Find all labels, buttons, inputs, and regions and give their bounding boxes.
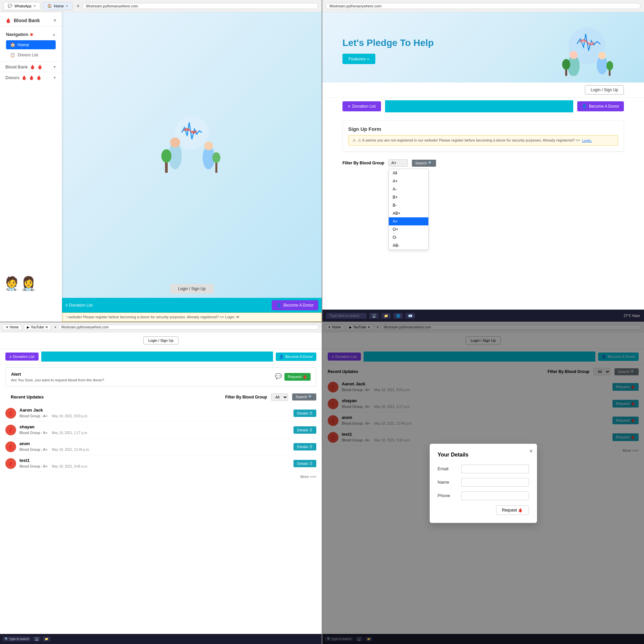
cyan-spacer <box>385 100 573 112</box>
phone-input[interactable] <box>461 491 529 500</box>
donors-section[interactable]: Donors 🩸 🩸 🩸 ▼ <box>0 72 62 83</box>
option-aplus2[interactable]: A+ <box>389 217 428 225</box>
donation-list-button[interactable]: ≡ Donation List <box>5 353 39 361</box>
person-icon: 👤 <box>276 303 281 308</box>
donation-date: May 18, 2021, 12:46 p.m. <box>52 448 90 451</box>
blood-bank-label: Blood Bank <box>5 64 28 69</box>
chevron-down-icon: ▼ <box>53 76 56 79</box>
taskbar-item[interactable]: 📁 <box>381 313 391 319</box>
navigation-header[interactable]: Navigation ▲ <box>3 30 58 39</box>
home-icon: 🏠 <box>47 4 52 8</box>
option-all[interactable]: All <box>389 169 428 177</box>
blood-group-dropdown[interactable]: All A+ A- B+ B- AB+ A+ O+ O- AB- <box>388 159 408 167</box>
sidebar-illustration: 🧑‍⚕️👩‍⚕️ <box>3 276 37 291</box>
new-tab-icon[interactable]: + <box>54 325 56 329</box>
blood-group: Blood Group : A+ <box>19 447 48 451</box>
hero-section: Login / Sign Up ≡ Donation List 👤 Become… <box>62 12 322 322</box>
hero-art <box>550 25 624 76</box>
taskbar: 🔍 Type to search 🖥️ 📁 <box>0 634 322 644</box>
navigation-bar: ≡ Donation List 👤 Become A Donor <box>0 349 322 365</box>
option-oplus[interactable]: O+ <box>389 225 428 233</box>
option-bplus[interactable]: B+ <box>389 193 428 201</box>
login-link[interactable]: Login. <box>582 139 592 143</box>
sidebar-close-button[interactable]: × <box>53 17 56 23</box>
taskbar-item[interactable]: 🖥️ <box>33 637 41 641</box>
option-abminus[interactable]: AB- <box>389 241 428 250</box>
option-aplus[interactable]: A+ <box>389 177 428 185</box>
browser-tab-youtube[interactable]: ▶ YouTube ✕ <box>24 324 51 330</box>
name-input[interactable] <box>461 478 529 487</box>
whatsapp-icon: 💬 <box>8 4 12 8</box>
browser-toolbar: lifestream.pythonanywhere.com <box>322 0 644 12</box>
hero-image <box>62 12 322 280</box>
navigation-bar: ≡ Donation List 👤 Become A Donor <box>322 97 644 115</box>
blood-bank-section[interactable]: Blood Bank 🩸 🩸 ▼ <box>0 61 62 72</box>
donation-list-button[interactable]: ≡ Donation List <box>342 101 381 111</box>
details-button[interactable]: Details 🗒 <box>293 426 316 434</box>
search-button[interactable]: Search 🔍 <box>412 160 436 167</box>
recent-updates-label: Recent Updates <box>5 392 49 401</box>
taskbar-item[interactable]: 🌐 <box>393 313 403 319</box>
browser-tab-whatsapp[interactable]: 💬 WhatsApp × <box>3 2 40 10</box>
search-button[interactable]: Search 🔍 <box>292 393 316 400</box>
option-abplus[interactable]: AB+ <box>389 209 428 217</box>
login-signup-button[interactable]: Login / Sign Up <box>143 336 178 344</box>
blood-group-select[interactable]: All <box>271 393 288 401</box>
warning-text: ⚠ It seems you are not registered in our… <box>358 138 580 143</box>
option-bminus[interactable]: B- <box>389 201 428 209</box>
blood-drop-icon2: 🩸 <box>37 64 43 69</box>
taskbar-item[interactable]: 📁 <box>43 637 50 641</box>
modal-title: Your Details <box>438 452 529 458</box>
filter-row: Recent Updates Filter By Blood Group All… <box>0 389 322 405</box>
close-tab-icon[interactable]: × <box>34 4 36 8</box>
url-text: lifestream.pythonanywhere.com <box>329 4 381 8</box>
modal-request-button[interactable]: Request 🩸 <box>496 505 529 515</box>
svg-point-17 <box>606 61 613 70</box>
close-tab-icon[interactable]: × <box>66 4 68 8</box>
login-button-area: Login / Sign Up <box>62 280 322 298</box>
alert-text: Are You Sure, you want to request blood … <box>11 378 104 382</box>
become-donor-button[interactable]: 👤 Become A Donor <box>577 101 624 111</box>
login-signup-button[interactable]: Login / Sign Up <box>585 85 624 95</box>
sidebar-item-donors-list[interactable]: 📋 Donors List <box>6 51 56 59</box>
browser-tab-home[interactable]: 🏠 Home × <box>43 2 72 10</box>
modal-close-button[interactable]: × <box>529 448 533 455</box>
email-input[interactable] <box>461 465 529 473</box>
login-signup-button[interactable]: Login / Sign Up <box>170 284 214 294</box>
address-bar[interactable]: lifestream.pythonanywhere.com <box>58 325 319 330</box>
features-button[interactable]: Features » <box>342 54 375 64</box>
option-aminus[interactable]: A- <box>389 185 428 193</box>
tab-label: YouTube <box>31 325 44 329</box>
tab-label: WhatsApp <box>14 4 32 8</box>
taskbar-item[interactable]: 📧 <box>406 313 415 319</box>
become-donor-button[interactable]: 👤 Become A Donor <box>272 300 318 310</box>
person-icon: 👤 <box>582 104 587 109</box>
svg-point-6 <box>161 149 171 163</box>
taskbar-item[interactable]: 🖥️ <box>369 313 379 319</box>
option-ominus[interactable]: O- <box>389 233 428 241</box>
svg-point-15 <box>562 59 570 70</box>
details-button[interactable]: Details 🗒 <box>293 460 316 467</box>
request-button[interactable]: Request 🩸 <box>284 373 311 381</box>
sidebar-item-home[interactable]: 🏠 Home <box>6 40 56 49</box>
address-bar[interactable]: lifestream.pythonanywhere.com <box>82 3 318 9</box>
more-link[interactable]: More >>> <box>0 472 322 481</box>
donor-item: 🩸 Aaron Jack Blood Group : A+ May 18, 20… <box>0 405 322 422</box>
donor-name: shayan <box>19 424 290 429</box>
cyan-spacer <box>41 352 273 362</box>
new-tab-icon[interactable]: + <box>76 3 79 9</box>
become-donor-button[interactable]: 👤 Become A Donor <box>276 353 316 361</box>
donor-info: shayan Blood Group : A+ May 18, 2021, 1:… <box>19 424 290 435</box>
details-button[interactable]: Details 🗒 <box>293 443 316 450</box>
blood-group-select[interactable]: All A+ A- B+ B- AB+ A+ O+ O- AB- <box>388 159 408 167</box>
svg-point-4 <box>204 142 213 150</box>
address-bar[interactable]: lifestream.pythonanywhere.com <box>326 3 641 9</box>
donor-name: anon <box>19 441 290 446</box>
donor-avatar: 🩸 <box>5 441 16 452</box>
taskbar-search-input[interactable] <box>326 313 367 319</box>
donor-item: 🩸 anon Blood Group : A+ May 18, 2021, 12… <box>0 438 322 455</box>
taskbar-item[interactable]: 🔍 Type to search <box>3 637 31 641</box>
url-text: lifestream.pythonanywhere.com <box>86 4 138 8</box>
browser-tab-home[interactable]: ✕ Home <box>3 324 22 330</box>
details-button[interactable]: Details 🗒 <box>293 410 316 417</box>
